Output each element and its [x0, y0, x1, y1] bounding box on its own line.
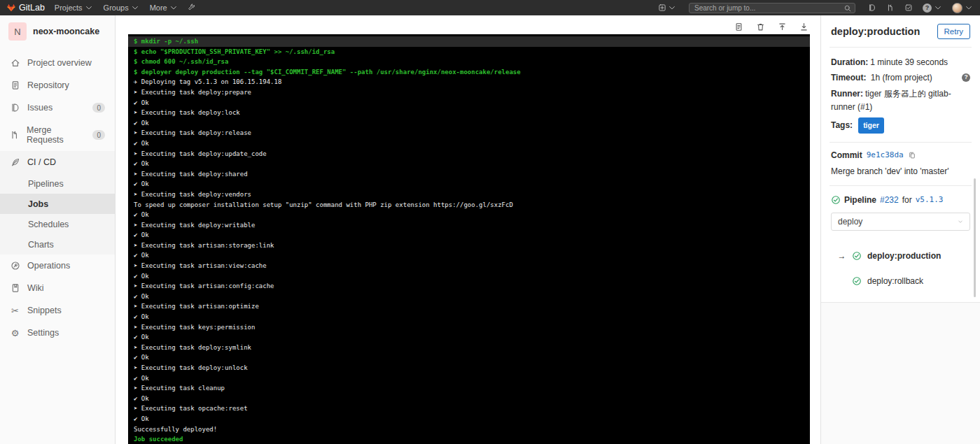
- sidebar-item-settings[interactable]: ⚙Settings: [0, 322, 115, 344]
- sidebar-item-repository[interactable]: Repository: [0, 74, 115, 96]
- log-line: ➤ Executing task deploy:update_code: [134, 149, 804, 159]
- pipeline-job-deploy-rollback[interactable]: deploy:rollback: [831, 268, 970, 294]
- sidebar-item-label: Snippets: [27, 306, 62, 315]
- operations-icon: [10, 261, 20, 271]
- log-line: ➤ Executing task artisan:storage:link: [134, 241, 804, 251]
- log-line: ✔ Ok: [134, 271, 804, 282]
- timeout-help-icon[interactable]: ?: [962, 73, 970, 82]
- commit-block: Commit 9e1c38da Merge branch 'dev' into …: [821, 143, 980, 185]
- timeout-value: 1h (from project): [871, 73, 932, 83]
- pipeline-id-link[interactable]: #232: [880, 195, 899, 205]
- log-line: ✔ Ok: [134, 230, 804, 241]
- nav-menus: ProjectsGroupsMore: [55, 3, 178, 12]
- sidebar-item-operations[interactable]: Operations: [0, 255, 115, 277]
- issues-nav-icon[interactable]: [868, 3, 876, 12]
- sidebar-subitem-charts[interactable]: Charts: [0, 234, 115, 255]
- project-name: neox-mooncake: [33, 27, 99, 36]
- log-toolbar: [115, 15, 820, 34]
- search-box: [689, 3, 855, 13]
- nav-menu-label: Projects: [55, 3, 83, 12]
- help-menu[interactable]: ?: [923, 3, 942, 13]
- page-scrollbar[interactable]: [974, 178, 976, 297]
- nav-menu-label: Groups: [104, 3, 129, 12]
- sidebar-item-label: Repository: [27, 80, 69, 90]
- sidebar-subitem-label: Pipelines: [28, 179, 64, 189]
- nav-menu-groups[interactable]: Groups: [104, 3, 139, 12]
- sidebar-item-issues[interactable]: Issues0: [0, 96, 115, 119]
- log-line: ➤ Executing task cleanup: [134, 383, 804, 394]
- log-line: ✔ Ok: [134, 414, 804, 424]
- panel-filler: [821, 302, 980, 444]
- log-line: ✔ Ok: [134, 352, 804, 363]
- pipeline-jobs-list: →deploy:productiondeploy:rollback: [831, 243, 970, 294]
- log-line: $ chmod 600 ~/.ssh/id_rsa: [134, 57, 804, 67]
- gitlab-home-link[interactable]: GitLab: [7, 3, 45, 13]
- admin-wrench-icon[interactable]: [188, 3, 196, 12]
- duration-row: Duration: 1 minute 39 seconds: [831, 55, 970, 70]
- sidebar-item-label: Merge Requests: [27, 125, 85, 145]
- sidebar-item-ci-cd[interactable]: CI / CD: [0, 151, 115, 173]
- pipeline-passed-icon: [831, 195, 841, 205]
- document-icon: [10, 80, 20, 90]
- stage-value: deploy: [838, 217, 862, 227]
- todos-nav-icon[interactable]: [904, 3, 913, 12]
- duration-value: 1 minute 39 seconds: [870, 55, 948, 70]
- job-name: deploy:rollback: [867, 276, 923, 286]
- log-line: ➤ Executing task keys:permission: [134, 322, 804, 333]
- sidebar-item-label: Settings: [27, 328, 59, 338]
- copy-commit-icon[interactable]: [908, 151, 916, 159]
- search-input[interactable]: [689, 3, 855, 13]
- sidebar-subitem-label: Jobs: [28, 199, 48, 209]
- log-line: ➤ Executing task deploy:writable: [134, 220, 804, 231]
- search-icon: [844, 4, 852, 13]
- sidebar-subitem-pipelines[interactable]: Pipelines: [0, 173, 115, 194]
- sidebar-item-merge-requests[interactable]: Merge Requests0: [0, 119, 115, 151]
- commit-hash-link[interactable]: 9e1c38da: [867, 150, 904, 159]
- nav-menu-projects[interactable]: Projects: [55, 3, 93, 12]
- nav-menu-more[interactable]: More: [150, 3, 178, 12]
- sidebar-item-label: CI / CD: [27, 157, 56, 167]
- merge-request-icon: [10, 130, 20, 140]
- user-menu[interactable]: [952, 3, 973, 13]
- job-details: Duration: 1 minute 39 seconds Timeout: 1…: [821, 48, 980, 142]
- sidebar-item-wiki[interactable]: Wiki: [0, 277, 115, 299]
- sidebar-subitem-jobs[interactable]: Jobs: [0, 194, 115, 214]
- wiki-icon: [10, 283, 20, 293]
- pipeline-job-deploy-production[interactable]: →deploy:production: [831, 243, 970, 268]
- log-line: Successfully deployed!: [134, 424, 804, 435]
- retry-button[interactable]: Retry: [937, 24, 970, 39]
- snippets-icon: ✂: [10, 306, 20, 315]
- sidebar-item-label: Project overview: [27, 58, 92, 68]
- log-line: ✈ Deploying tag v5.1.3 on 106.15.194.18: [134, 77, 804, 87]
- sidebar-item-snippets[interactable]: ✂Snippets: [0, 299, 115, 322]
- sidebar-subnav: PipelinesJobsSchedulesCharts: [0, 173, 115, 255]
- project-sidebar: N neox-mooncake Project overviewReposito…: [0, 15, 115, 444]
- raw-file-icon[interactable]: [734, 22, 743, 31]
- sidebar-item-label: Wiki: [27, 283, 44, 293]
- chevron-down-icon: [934, 3, 942, 12]
- commit-label: Commit: [831, 150, 862, 160]
- chevron-down-icon: [965, 3, 973, 12]
- log-line: ➤ Executing task artisan:view:cache: [134, 261, 804, 271]
- sidebar-subitem-schedules[interactable]: Schedules: [0, 214, 115, 234]
- stage-dropdown[interactable]: deploy: [831, 213, 970, 231]
- new-menu-button[interactable]: [658, 3, 676, 12]
- pipeline-ref-link[interactable]: v5.1.3: [916, 195, 944, 204]
- scroll-top-icon[interactable]: [778, 22, 787, 31]
- scroll-bottom-icon[interactable]: [799, 22, 808, 31]
- sidebar-subitem-label: Charts: [28, 240, 54, 250]
- log-line: $ deployer deploy production --tag "$CI_…: [134, 67, 804, 78]
- job-log[interactable]: $ mkdir -p ~/.ssh$ echo "$PRODUCTION_SSH…: [128, 34, 810, 444]
- project-header[interactable]: N neox-mooncake: [0, 15, 115, 49]
- log-line: ✔ Ok: [134, 98, 804, 108]
- brand-name: GitLab: [19, 3, 45, 13]
- log-line: ➤ Executing task deploy:shared: [134, 169, 804, 180]
- merge-requests-nav-icon[interactable]: [886, 3, 895, 12]
- ci-cd-icon: [10, 157, 20, 167]
- erase-log-icon[interactable]: [756, 22, 765, 31]
- sidebar-subitem-label: Schedules: [28, 220, 69, 229]
- sidebar-item-project-overview[interactable]: Project overview: [0, 52, 115, 74]
- log-line: ➤ Executing task deploy:symlink: [134, 343, 804, 353]
- pipeline-block: Pipeline #232 for v5.1.3 deploy →deploy:…: [821, 186, 980, 294]
- commit-message: Merge branch 'dev' into 'master': [831, 166, 970, 176]
